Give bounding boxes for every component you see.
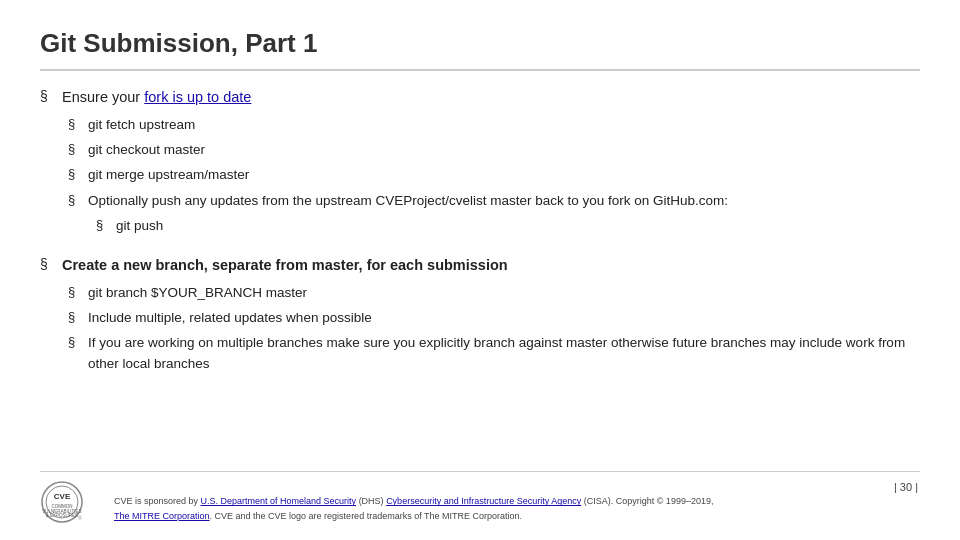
- s1-child-4-sub-1-text: git push: [116, 216, 163, 236]
- section2-header: § Create a new branch, separate from mas…: [40, 255, 920, 277]
- section-gap: [40, 241, 920, 251]
- mitre-link[interactable]: The MITRE Corporation: [114, 511, 210, 521]
- s1-child-2: § git checkout master: [68, 140, 920, 160]
- s1-child-3-text: git merge upstream/master: [88, 165, 249, 185]
- footer-text-block: | 30 | CVE is sponsored by U.S. Departme…: [114, 481, 920, 522]
- svg-text:CVE: CVE: [54, 492, 71, 501]
- page-number: | 30 |: [894, 481, 920, 493]
- s1-child-1-text: git fetch upstream: [88, 115, 195, 135]
- cisa-link[interactable]: Cybersecurity and Infrastructure Securit…: [386, 496, 581, 506]
- bullet-marker-l2-4: §: [68, 192, 84, 207]
- s2-child-2-text: Include multiple, related updates when p…: [88, 308, 372, 328]
- s2-child-2: § Include multiple, related updates when…: [68, 308, 920, 328]
- bullet-marker-l1-1: §: [40, 88, 58, 104]
- slide: Git Submission, Part 1 § Ensure your for…: [0, 0, 960, 540]
- s1-child-3: § git merge upstream/master: [68, 165, 920, 185]
- bullet-marker-l2-7: §: [68, 334, 84, 349]
- section1-text: Ensure your fork is up to date: [62, 87, 251, 109]
- s1-child-4-sub-1: § git push: [96, 216, 920, 236]
- section2-text: Create a new branch, separate from maste…: [62, 255, 508, 277]
- s1-child-4-text: Optionally push any updates from the ups…: [88, 191, 728, 211]
- dhs-link[interactable]: U.S. Department of Homeland Security: [201, 496, 357, 506]
- s2-child-3: § If you are working on multiple branche…: [68, 333, 920, 374]
- cve-logo: CVE COMMON VULNERABILITIES & EXPOSURES ®: [40, 480, 100, 524]
- s2-child-1: § git branch $YOUR_BRANCH master: [68, 283, 920, 303]
- bullet-marker-l2-5: §: [68, 284, 84, 299]
- bullet-marker-l1-2: §: [40, 256, 58, 272]
- s1-child-4: § Optionally push any updates from the u…: [68, 191, 920, 211]
- section1-header: § Ensure your fork is up to date: [40, 87, 920, 109]
- title-divider: [40, 69, 920, 71]
- s2-child-1-text: git branch $YOUR_BRANCH master: [88, 283, 307, 303]
- s1-child-1: § git fetch upstream: [68, 115, 920, 135]
- bullet-marker-l2-3: §: [68, 166, 84, 181]
- bullet-marker-l2-6: §: [68, 309, 84, 324]
- page-title: Git Submission, Part 1: [40, 28, 920, 59]
- footer: CVE COMMON VULNERABILITIES & EXPOSURES ®…: [40, 471, 920, 524]
- svg-text:®: ®: [78, 515, 82, 521]
- bullet-marker-l2-1: §: [68, 116, 84, 131]
- footer-line2: The MITRE Corporation. CVE and the CVE l…: [114, 510, 920, 523]
- footer-line1: CVE is sponsored by U.S. Department of H…: [114, 495, 920, 508]
- s2-child-3-text: If you are working on multiple branches …: [88, 333, 920, 374]
- content-area: § Ensure your fork is up to date § git f…: [40, 87, 920, 471]
- s1-child-2-text: git checkout master: [88, 140, 205, 160]
- fork-link[interactable]: fork is up to date: [144, 89, 251, 105]
- bullet-marker-l2-2: §: [68, 141, 84, 156]
- svg-text:& EXPOSURES: & EXPOSURES: [46, 513, 78, 518]
- bullet-marker-l3-1: §: [96, 217, 112, 232]
